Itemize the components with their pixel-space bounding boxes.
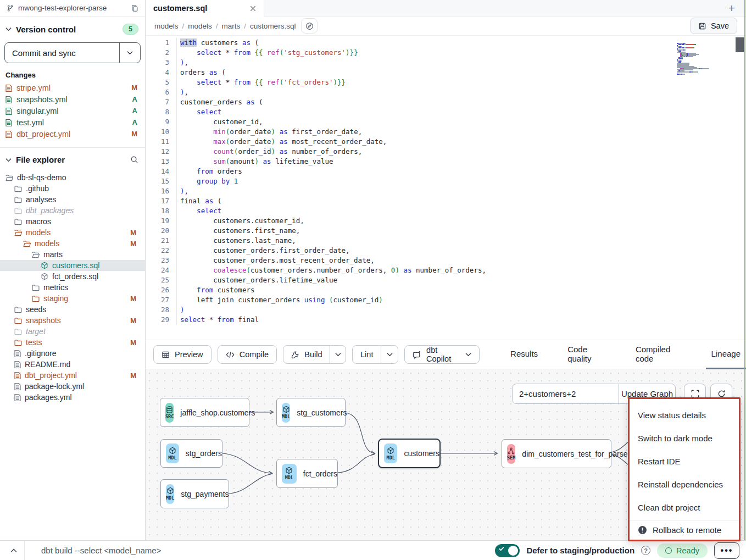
- commit-and-sync-button[interactable]: Commit and sync: [5, 43, 119, 63]
- preview-button[interactable]: Preview: [153, 345, 211, 364]
- lineage-node-dim-customers-test-for-parse[interactable]: SEM dim_customers_test_for_parse: [502, 439, 611, 468]
- code-editor[interactable]: 1234567891011121314151617181920212223242…: [146, 36, 746, 340]
- menu-item-rollback-to-remote[interactable]: Rollback to remote: [630, 520, 739, 540]
- tree-item-models[interactable]: modelsM: [0, 238, 145, 249]
- node-label: jaffle_shop.customers: [180, 408, 255, 417]
- tree-item-status: M: [130, 295, 136, 303]
- tree-item-label: .gitignore: [25, 349, 57, 358]
- tree-item-snapshots[interactable]: snapshotsM: [0, 315, 145, 326]
- tree-item-label: packages.yml: [25, 393, 72, 402]
- open-in-explorer-icon[interactable]: [301, 18, 318, 34]
- branch-name: mwong-test-explorer-parse: [18, 4, 107, 12]
- search-icon[interactable]: [130, 156, 138, 164]
- code-icon: [226, 351, 235, 358]
- ready-status-badge[interactable]: Ready: [657, 544, 708, 558]
- menu-item-reinstall-dependencies[interactable]: Reinstall dependencies: [630, 473, 739, 496]
- file-explorer-header[interactable]: File explorer: [0, 148, 145, 170]
- tree-item-analyses[interactable]: analyses: [0, 194, 145, 205]
- help-icon[interactable]: ?: [641, 546, 650, 555]
- more-options-button[interactable]: •••: [714, 542, 739, 559]
- editor-scrollbar[interactable]: [736, 37, 744, 52]
- expand-command-bar-icon[interactable]: [7, 544, 21, 558]
- git-branch-icon: [7, 4, 14, 12]
- close-tab-icon[interactable]: [250, 5, 256, 12]
- file-icon: [14, 350, 21, 357]
- lineage-node-customers[interactable]: MDL customers: [378, 439, 441, 468]
- tree-item-packages-yml[interactable]: packages.yml: [0, 392, 145, 403]
- file-tree: db-sl-qs-demo .github analyses dbt_packa…: [0, 172, 145, 403]
- tree-item-status: M: [130, 229, 136, 237]
- tree-item-fct-orders-sql[interactable]: fct_orders.sql: [0, 271, 145, 282]
- menu-item-view-status-details[interactable]: View status details: [630, 403, 739, 426]
- tree-item-package-lock-yml[interactable]: package-lock.yml: [0, 381, 145, 392]
- tree-item-macros[interactable]: macros: [0, 216, 145, 227]
- tree-item-dbt-project-yml[interactable]: dbt_project.ymlM: [0, 370, 145, 381]
- editor-minimap[interactable]: [677, 39, 734, 71]
- lint-button[interactable]: Lint: [353, 346, 381, 363]
- folder-icon: [14, 185, 22, 192]
- ide-options-menu: View status detailsSwitch to dark modeRe…: [628, 397, 741, 541]
- tree-item-customers-sql[interactable]: customers.sql: [0, 260, 145, 271]
- node-type-badge: MDL: [282, 464, 297, 484]
- tree-item-target[interactable]: target: [0, 326, 145, 337]
- breadcrumb-customers.sql[interactable]: customers.sql: [250, 22, 296, 30]
- lint-label: Lint: [360, 350, 373, 359]
- menu-item-clean-dbt-project[interactable]: Clean dbt project: [630, 496, 739, 519]
- graph-search-input[interactable]: [513, 384, 619, 403]
- tab-compiled-code[interactable]: Compiled code: [630, 340, 687, 369]
- menu-item-switch-to-dark-mode[interactable]: Switch to dark mode: [630, 426, 739, 450]
- version-control-header[interactable]: Version control 5: [0, 16, 145, 40]
- commit-options-caret[interactable]: [119, 43, 140, 63]
- database-icon: [166, 406, 173, 413]
- compile-button[interactable]: Compile: [218, 345, 277, 364]
- build-button[interactable]: Build: [283, 346, 330, 363]
- file-icon: [5, 84, 12, 92]
- menu-item-restart-ide[interactable]: Restart IDE: [630, 450, 739, 473]
- build-options-caret[interactable]: [330, 346, 345, 363]
- tree-item-db-sl-qs-demo[interactable]: db-sl-qs-demo: [0, 172, 145, 183]
- save-button[interactable]: Save: [690, 18, 737, 34]
- tree-item-models[interactable]: modelsM: [0, 227, 145, 238]
- tree-item--gitignore[interactable]: .gitignore: [0, 348, 145, 359]
- ready-label: Ready: [676, 546, 699, 555]
- defer-toggle[interactable]: [495, 544, 520, 557]
- tree-item--github[interactable]: .github: [0, 183, 145, 194]
- tree-item-readme-md[interactable]: README.md: [0, 359, 145, 370]
- breadcrumb-marts[interactable]: marts: [222, 22, 241, 30]
- change-row-snapshots.yml[interactable]: snapshots.yml A: [0, 93, 145, 105]
- command-input[interactable]: dbt build --select <model_name>: [41, 546, 161, 555]
- tree-item-marts[interactable]: marts: [0, 249, 145, 260]
- change-row-stripe.yml[interactable]: stripe.yml M: [0, 82, 145, 93]
- tree-item-metrics[interactable]: metrics: [0, 282, 145, 293]
- folder-icon: [14, 306, 22, 313]
- change-row-test.yml[interactable]: test.yml A: [0, 117, 145, 128]
- lineage-node-stg-customers[interactable]: MDL stg_customers: [276, 398, 346, 427]
- tree-item-dbt-packages[interactable]: dbt_packages: [0, 205, 145, 216]
- tab-lineage[interactable]: Lineage: [706, 340, 746, 369]
- new-tab-button[interactable]: +: [725, 2, 738, 15]
- change-row-dbt_project.yml[interactable]: dbt_project.yml M: [0, 128, 145, 140]
- code-content[interactable]: with customers as ( select * from {{ ref…: [176, 38, 746, 325]
- status-bar: dbt build --select <model_name> Defer to…: [0, 540, 746, 560]
- dbt-copilot-button[interactable]: dbt Copilot: [404, 345, 480, 364]
- lineage-node-jaffle-shop-customers[interactable]: SRC jaffle_shop.customers: [160, 398, 249, 427]
- change-row-singular.yml[interactable]: singular.yml A: [0, 105, 145, 117]
- tree-item-tests[interactable]: testsM: [0, 337, 145, 348]
- tab-results[interactable]: Results: [505, 340, 543, 369]
- lineage-node-stg-payments[interactable]: MDL stg_payments: [160, 479, 229, 508]
- tree-item-label: fct_orders.sql: [52, 272, 98, 281]
- lint-options-caret[interactable]: [381, 346, 397, 363]
- tab-customers-sql[interactable]: customers.sql: [146, 0, 264, 16]
- tree-item-staging[interactable]: stagingM: [0, 293, 145, 304]
- lineage-node-stg-orders[interactable]: MDL stg_orders: [160, 439, 222, 468]
- breadcrumb-models[interactable]: models: [188, 22, 212, 30]
- tree-item-seeds[interactable]: seeds: [0, 304, 145, 315]
- change-file-name: dbt_project.yml: [16, 130, 127, 138]
- breadcrumb-separator: /: [182, 22, 185, 30]
- tab-code-quality[interactable]: Code quality: [562, 340, 611, 369]
- lineage-node-fct-orders[interactable]: MDL fct_orders: [276, 459, 338, 488]
- breadcrumb-models[interactable]: models: [154, 22, 179, 30]
- code-line-25: customer_orders.lifetime_value: [180, 275, 746, 285]
- copy-branch-icon[interactable]: [131, 4, 138, 12]
- change-file-name: singular.yml: [16, 107, 128, 115]
